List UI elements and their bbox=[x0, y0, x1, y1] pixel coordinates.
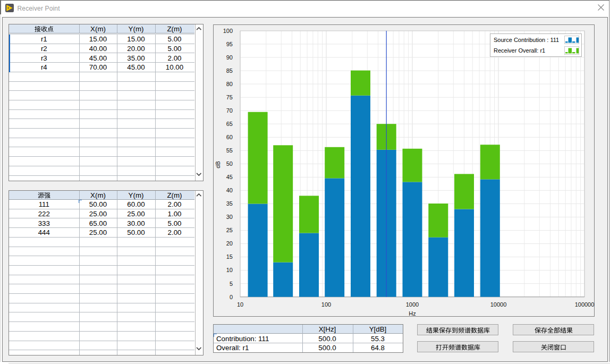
svg-text:55: 55 bbox=[226, 147, 233, 154]
svg-text:5: 5 bbox=[230, 281, 233, 287]
svg-text:45: 45 bbox=[226, 174, 233, 180]
svg-text:50: 50 bbox=[226, 160, 233, 167]
svg-text:100: 100 bbox=[223, 28, 233, 34]
svg-text:30: 30 bbox=[226, 214, 233, 220]
svg-text:100: 100 bbox=[321, 301, 331, 308]
svg-text:70: 70 bbox=[226, 107, 233, 114]
svg-text:Source Contribution : 111: Source Contribution : 111 bbox=[494, 37, 559, 43]
svg-text:95: 95 bbox=[226, 41, 233, 47]
svg-text:20: 20 bbox=[226, 240, 233, 247]
svg-text:40: 40 bbox=[226, 187, 233, 193]
svg-text:60: 60 bbox=[226, 134, 233, 140]
svg-text:35: 35 bbox=[226, 200, 233, 207]
svg-text:1000: 1000 bbox=[406, 301, 419, 308]
svg-text:0: 0 bbox=[230, 294, 233, 300]
svg-text:80: 80 bbox=[226, 81, 233, 87]
svg-text:Receiver Overall: r1: Receiver Overall: r1 bbox=[494, 47, 545, 54]
svg-text:Hz: Hz bbox=[409, 310, 416, 317]
svg-text:85: 85 bbox=[226, 67, 233, 74]
svg-text:10: 10 bbox=[226, 267, 233, 273]
svg-text:10: 10 bbox=[237, 301, 243, 308]
svg-text:dB: dB bbox=[215, 161, 221, 168]
svg-text:100000: 100000 bbox=[575, 301, 595, 308]
svg-text:10000: 10000 bbox=[490, 301, 507, 308]
svg-text:25: 25 bbox=[226, 227, 233, 233]
svg-text:15: 15 bbox=[226, 253, 233, 260]
svg-text:65: 65 bbox=[226, 121, 233, 127]
svg-text:90: 90 bbox=[226, 54, 233, 61]
svg-text:75: 75 bbox=[226, 94, 233, 100]
